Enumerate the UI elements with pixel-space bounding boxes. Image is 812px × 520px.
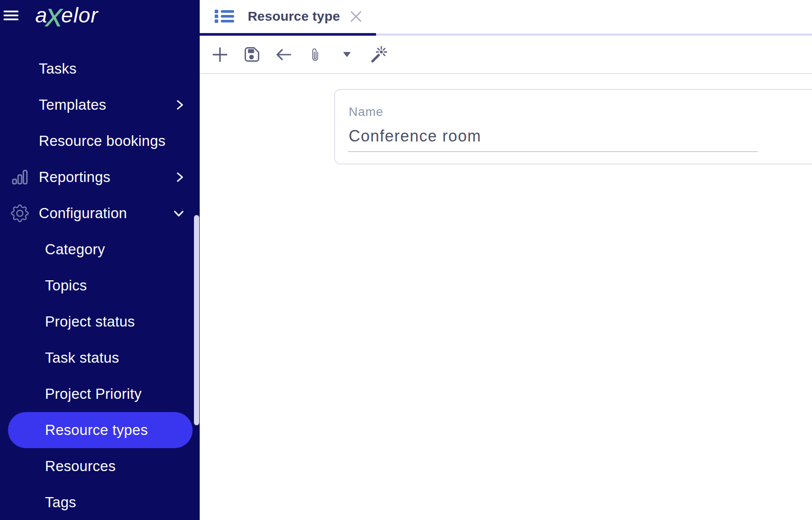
attachment-button[interactable] — [299, 39, 331, 70]
sidebar-item-label: Tasks — [8, 60, 77, 77]
main-area: Resource type — [200, 0, 812, 520]
sidebar-item-label: Topics — [8, 277, 87, 294]
bar-chart-icon — [11, 168, 29, 186]
sidebar-item-templates[interactable]: Templates — [8, 87, 193, 123]
tab-bar: Resource type — [200, 0, 812, 36]
paperclip-icon — [309, 47, 322, 63]
gear-icon — [11, 204, 29, 222]
sidebar-item-resource-types[interactable]: Resource types — [8, 412, 193, 448]
chevron-down-icon — [173, 208, 185, 218]
sidebar-item-label: Task status — [8, 349, 119, 366]
sidebar-item-resource-bookings[interactable]: Resource bookings — [8, 123, 193, 159]
new-record-button[interactable] — [204, 39, 236, 70]
sidebar-item-category[interactable]: Category — [8, 231, 193, 267]
sidebar-item-tasks[interactable]: Tasks — [8, 51, 193, 87]
name-input[interactable]: Conference room — [349, 127, 481, 145]
sidebar-item-task-status[interactable]: Task status — [8, 340, 193, 376]
sidebar-item-tags[interactable]: Tags — [8, 484, 193, 520]
sidebar-item-topics[interactable]: Topics — [8, 267, 193, 304]
form-card: Name Conference room — [334, 89, 812, 164]
sidebar-nav: TasksTemplatesResource bookingsReporting… — [0, 51, 200, 520]
magic-wand-icon — [369, 45, 388, 64]
list-view-icon — [215, 9, 234, 23]
logo-text-post: elor — [61, 4, 98, 27]
magic-wand-button[interactable] — [363, 39, 395, 70]
save-button[interactable] — [236, 39, 268, 70]
sidebar-item-reportings[interactable]: Reportings — [8, 159, 193, 195]
chevron-right-icon — [175, 99, 185, 111]
sidebar-item-label: Tags — [8, 494, 76, 511]
sidebar-item-project-status[interactable]: Project status — [8, 304, 193, 340]
active-tab-underline — [200, 33, 376, 36]
sidebar-item-project-priority[interactable]: Project Priority — [8, 376, 193, 412]
name-field-label: Name — [349, 105, 384, 119]
tab-close-icon[interactable] — [350, 10, 362, 23]
tab-resource-type[interactable]: Resource type — [215, 0, 362, 33]
sidebar-item-label: Templates — [8, 97, 106, 113]
app-window: axelor TasksTemplatesResource bookingsRe… — [0, 0, 812, 520]
attachment-menu-button[interactable] — [331, 39, 363, 70]
caret-down-icon — [343, 52, 351, 57]
sidebar-item-label: Resources — [8, 458, 115, 475]
sidebar-item-configuration[interactable]: Configuration — [8, 195, 193, 231]
menu-toggle-button[interactable] — [4, 11, 19, 20]
save-icon — [244, 46, 260, 63]
sidebar-item-label: Resource bookings — [8, 133, 166, 149]
plus-icon — [212, 47, 227, 62]
back-button[interactable] — [268, 39, 299, 70]
sidebar-item-label: Category — [8, 241, 105, 258]
name-input-underline — [348, 151, 758, 152]
sidebar-scrollbar-thumb[interactable] — [194, 215, 199, 425]
sidebar-item-label: Project Priority — [8, 386, 142, 402]
chevron-right-icon — [175, 171, 185, 183]
tab-title: Resource type — [248, 9, 340, 24]
app-logo: axelor — [35, 2, 98, 29]
arrow-left-icon — [275, 48, 292, 62]
toolbar — [200, 36, 812, 74]
sidebar-item-label: Resource types — [8, 422, 148, 438]
sidebar-item-label: Project status — [8, 313, 135, 330]
hamburger-icon — [4, 11, 19, 12]
sidebar-item-resources[interactable]: Resources — [8, 448, 193, 484]
sidebar: axelor TasksTemplatesResource bookingsRe… — [0, 0, 200, 520]
